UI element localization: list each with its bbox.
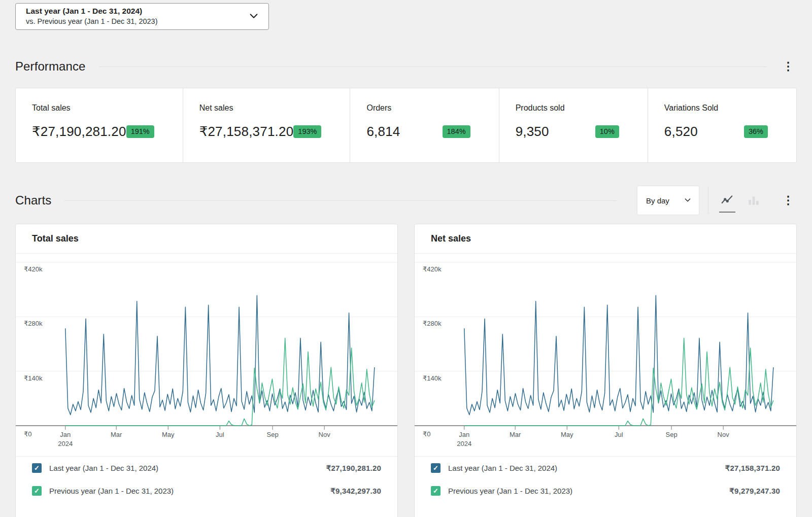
- y-axis-tick: ₹0: [24, 430, 32, 438]
- performance-ellipsis-menu-button[interactable]: ⋮: [780, 59, 797, 74]
- x-axis-tick: May: [162, 430, 175, 439]
- ellipsis-icon: ⋮: [783, 61, 794, 72]
- stat-change-badge: 184%: [443, 125, 470, 138]
- stat-change-badge: 10%: [595, 125, 619, 138]
- divider: [99, 66, 767, 67]
- stat-card-net-sales[interactable]: Net sales ₹27,158,371.20 193%: [183, 88, 351, 162]
- chevron-down-icon: [248, 10, 259, 23]
- x-axis-tick: Jan2024: [457, 430, 471, 449]
- chart-title: Net sales: [431, 233, 471, 244]
- checkbox-checked-icon[interactable]: ✓: [32, 486, 42, 496]
- chart-card-net-sales: Net sales ₹420k ₹280k ₹140k ₹0 Jan2024 M…: [414, 224, 797, 517]
- x-axis-tick: Mar: [111, 430, 122, 439]
- legend-total-value: ₹27,158,371.20: [725, 464, 780, 473]
- legend-total-value: ₹9,342,297.30: [330, 487, 381, 496]
- checkbox-checked-icon[interactable]: ✓: [431, 486, 441, 496]
- performance-title: Performance: [15, 59, 86, 74]
- line-chart-icon: [721, 194, 734, 208]
- stat-label: Products sold: [516, 104, 619, 113]
- stat-label: Total sales: [32, 104, 154, 113]
- line-chart-toggle-button[interactable]: [718, 192, 737, 210]
- stat-value: 6,814: [366, 124, 400, 140]
- x-axis-tick: Jul: [216, 430, 224, 439]
- charts-title: Charts: [15, 193, 51, 208]
- chart-card-header: Total sales: [16, 224, 397, 254]
- stat-card-products-sold[interactable]: Products sold 9,350 10%: [499, 88, 648, 162]
- interval-selected-value: By day: [646, 196, 669, 205]
- date-range-picker[interactable]: Last year (Jan 1 - Dec 31, 2024) vs. Pre…: [15, 3, 269, 30]
- stat-value: ₹27,158,371.20: [199, 124, 294, 140]
- legend-label: Previous year (Jan 1 - Dec 31, 2023): [49, 487, 174, 495]
- stat-card-orders[interactable]: Orders 6,814 184%: [350, 88, 499, 162]
- stat-value: ₹27,190,281.20: [32, 124, 126, 140]
- stat-change-badge: 36%: [744, 125, 768, 138]
- legend-label: Last year (Jan 1 - Dec 31, 2024): [448, 464, 557, 472]
- performance-stats-row: Total sales ₹27,190,281.20 191% Net sale…: [15, 88, 797, 163]
- stat-change-badge: 193%: [293, 125, 321, 138]
- chart-card-header: Net sales: [415, 224, 796, 254]
- ellipsis-icon: ⋮: [783, 195, 794, 206]
- checkbox-checked-icon[interactable]: ✓: [32, 463, 42, 473]
- legend-total-value: ₹9,279,247.30: [729, 487, 780, 496]
- legend-label: Previous year (Jan 1 - Dec 31, 2023): [448, 487, 572, 495]
- date-range-text: Last year (Jan 1 - Dec 31, 2024) vs. Pre…: [26, 6, 248, 26]
- stat-label: Orders: [366, 104, 470, 113]
- chart-legend: ✓ Last year (Jan 1 - Dec 31, 2024) ₹27,1…: [16, 457, 397, 502]
- stat-card-total-sales[interactable]: Total sales ₹27,190,281.20 191%: [16, 88, 183, 162]
- legend-label: Last year (Jan 1 - Dec 31, 2024): [49, 464, 158, 472]
- chart-legend: ✓ Last year (Jan 1 - Dec 31, 2024) ₹27,1…: [415, 457, 796, 502]
- legend-item-previous-period[interactable]: ✓ Previous year (Jan 1 - Dec 31, 2023) ₹…: [16, 479, 397, 502]
- bar-chart-icon: [747, 194, 760, 208]
- stat-value: 9,350: [516, 124, 549, 140]
- legend-total-value: ₹27,190,281.20: [326, 464, 381, 473]
- chevron-down-icon: [684, 196, 692, 205]
- x-axis-tick: Nov: [718, 430, 729, 439]
- checkbox-checked-icon[interactable]: ✓: [431, 463, 441, 473]
- x-axis-tick: Jan2024: [58, 430, 73, 449]
- x-axis-tick: May: [561, 430, 573, 439]
- divider: [64, 200, 617, 201]
- stat-label: Variations Sold: [664, 104, 768, 113]
- date-range-primary: Last year (Jan 1 - Dec 31, 2024): [26, 6, 248, 17]
- chart-plot-area[interactable]: ₹420k ₹280k ₹140k ₹0 Jan2024 Mar May Jul…: [415, 254, 796, 449]
- line-chart: [16, 254, 397, 431]
- x-axis-tick: Sep: [266, 430, 278, 439]
- chart-card-total-sales: Total sales ₹420k ₹280k ₹140k ₹0 Jan2024…: [15, 224, 398, 517]
- x-axis-tick: Mar: [510, 430, 521, 439]
- legend-item-previous-period[interactable]: ✓ Previous year (Jan 1 - Dec 31, 2023) ₹…: [415, 479, 796, 502]
- interval-select[interactable]: By day: [637, 186, 699, 215]
- charts-grid: Total sales ₹420k ₹280k ₹140k ₹0 Jan2024…: [15, 224, 797, 517]
- stat-label: Net sales: [199, 104, 322, 113]
- x-axis-tick: Jul: [615, 430, 623, 439]
- legend-item-current-period[interactable]: ✓ Last year (Jan 1 - Dec 31, 2024) ₹27,1…: [415, 457, 796, 479]
- date-range-secondary: vs. Previous year (Jan 1 - Dec 31, 2023): [26, 17, 248, 27]
- divider: [708, 187, 708, 214]
- x-axis-tick: Nov: [319, 430, 330, 439]
- chart-title: Total sales: [32, 233, 79, 244]
- stat-change-badge: 191%: [126, 125, 154, 138]
- x-axis-tick: Sep: [665, 430, 677, 439]
- stat-value: 6,520: [664, 124, 698, 140]
- performance-header: Performance ⋮: [15, 57, 797, 76]
- line-chart: [415, 254, 796, 431]
- legend-item-current-period[interactable]: ✓ Last year (Jan 1 - Dec 31, 2024) ₹27,1…: [16, 457, 397, 479]
- charts-ellipsis-menu-button[interactable]: ⋮: [780, 193, 797, 208]
- chart-plot-area[interactable]: ₹420k ₹280k ₹140k ₹0 Jan2024 Mar May Jul…: [16, 254, 397, 449]
- analytics-page: Last year (Jan 1 - Dec 31, 2024) vs. Pre…: [0, 0, 812, 517]
- y-axis-tick: ₹0: [423, 430, 431, 438]
- bar-chart-toggle-button[interactable]: [744, 192, 763, 210]
- stat-card-variations-sold[interactable]: Variations Sold 6,520 36%: [648, 88, 796, 162]
- charts-header: Charts By day: [15, 185, 797, 216]
